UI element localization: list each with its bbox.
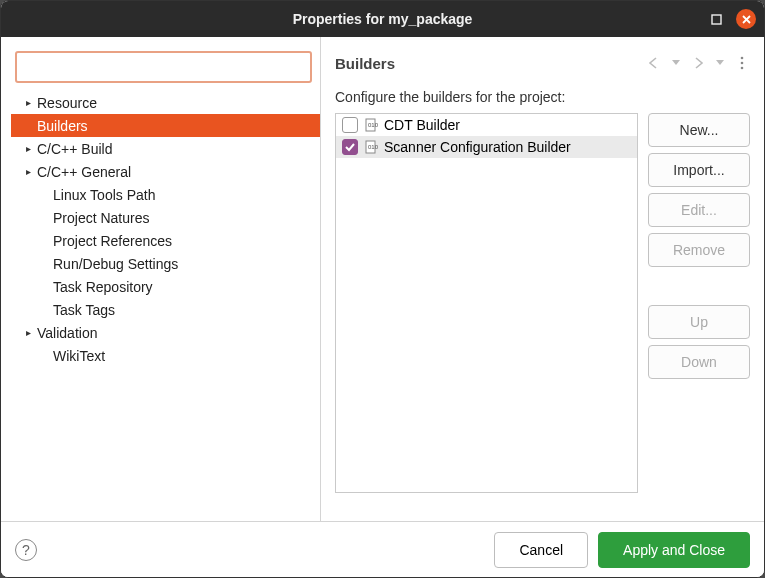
dropdown-icon[interactable]: [668, 60, 684, 66]
nav-item-label: C/C++ General: [35, 164, 131, 180]
builders-list[interactable]: 010CDT Builder010Scanner Configuration B…: [335, 113, 638, 493]
nav-item-c-c-build[interactable]: ▸C/C++ Build: [11, 137, 320, 160]
apply-close-button[interactable]: Apply and Close: [598, 532, 750, 568]
binary-file-icon: 010: [364, 140, 378, 154]
remove-button[interactable]: Remove: [648, 233, 750, 267]
description-text: Configure the builders for the project:: [335, 89, 750, 105]
nav-item-task-tags[interactable]: Task Tags: [11, 298, 320, 321]
content: ▸ResourceBuilders▸C/C++ Build▸C/C++ Gene…: [1, 37, 764, 521]
forward-icon[interactable]: [690, 57, 706, 69]
cancel-button[interactable]: Cancel: [494, 532, 588, 568]
footer-buttons: Cancel Apply and Close: [494, 532, 750, 568]
filter-input[interactable]: [15, 51, 312, 83]
page-title: Builders: [335, 55, 395, 72]
expander-icon: ▸: [21, 327, 35, 338]
close-button[interactable]: [736, 9, 756, 29]
window-title: Properties for my_package: [293, 11, 473, 27]
main-header: Builders: [335, 47, 750, 79]
nav-item-project-natures[interactable]: Project Natures: [11, 206, 320, 229]
import-button[interactable]: Import...: [648, 153, 750, 187]
new-button[interactable]: New...: [648, 113, 750, 147]
sidebar: ▸ResourceBuilders▸C/C++ Build▸C/C++ Gene…: [1, 37, 321, 521]
svg-point-3: [741, 57, 744, 60]
svg-point-4: [741, 62, 744, 65]
nav-item-label: Run/Debug Settings: [51, 256, 178, 272]
nav-item-run-debug-settings[interactable]: Run/Debug Settings: [11, 252, 320, 275]
nav-item-label: Task Tags: [51, 302, 115, 318]
nav-item-task-repository[interactable]: Task Repository: [11, 275, 320, 298]
dropdown-icon[interactable]: [712, 60, 728, 66]
back-icon[interactable]: [646, 57, 662, 69]
binary-file-icon: 010: [364, 118, 378, 132]
nav-tree: ▸ResourceBuilders▸C/C++ Build▸C/C++ Gene…: [11, 91, 320, 511]
nav-item-label: Validation: [35, 325, 97, 341]
maximize-button[interactable]: [706, 9, 726, 29]
builder-checkbox[interactable]: [342, 117, 358, 133]
expander-icon: ▸: [21, 97, 35, 108]
down-button[interactable]: Down: [648, 345, 750, 379]
nav-item-label: Project Natures: [51, 210, 149, 226]
properties-dialog: Properties for my_package ▸ResourceBuild…: [0, 0, 765, 578]
svg-text:010: 010: [368, 122, 378, 128]
nav-item-project-references[interactable]: Project References: [11, 229, 320, 252]
page-toolbar: [646, 56, 750, 70]
builders-row: 010CDT Builder010Scanner Configuration B…: [335, 113, 750, 511]
builder-row[interactable]: 010Scanner Configuration Builder: [336, 136, 637, 158]
builder-checkbox[interactable]: [342, 139, 358, 155]
filter-box: [15, 51, 312, 83]
nav-item-label: Linux Tools Path: [51, 187, 155, 203]
menu-icon[interactable]: [734, 56, 750, 70]
nav-item-wikitext[interactable]: WikiText: [11, 344, 320, 367]
nav-item-label: Resource: [35, 95, 97, 111]
nav-item-label: Task Repository: [51, 279, 153, 295]
expander-icon: ▸: [21, 166, 35, 177]
svg-point-5: [741, 67, 744, 70]
nav-item-c-c-general[interactable]: ▸C/C++ General: [11, 160, 320, 183]
footer: ? Cancel Apply and Close: [1, 521, 764, 577]
main-panel: Builders Configure the builders for the …: [321, 37, 764, 521]
svg-rect-0: [712, 15, 721, 24]
titlebar-controls: [706, 1, 756, 37]
nav-item-label: Builders: [35, 118, 88, 134]
up-button[interactable]: Up: [648, 305, 750, 339]
builder-label: CDT Builder: [384, 117, 460, 133]
edit-button[interactable]: Edit...: [648, 193, 750, 227]
side-buttons: New... Import... Edit... Remove Up Down: [648, 113, 750, 511]
nav-item-label: C/C++ Build: [35, 141, 112, 157]
expander-icon: ▸: [21, 143, 35, 154]
nav-item-linux-tools-path[interactable]: Linux Tools Path: [11, 183, 320, 206]
nav-item-builders[interactable]: Builders: [11, 114, 320, 137]
svg-text:010: 010: [368, 144, 378, 150]
nav-item-resource[interactable]: ▸Resource: [11, 91, 320, 114]
titlebar: Properties for my_package: [1, 1, 764, 37]
nav-item-label: Project References: [51, 233, 172, 249]
help-icon[interactable]: ?: [15, 539, 37, 561]
builder-row[interactable]: 010CDT Builder: [336, 114, 637, 136]
nav-item-label: WikiText: [51, 348, 105, 364]
nav-item-validation[interactable]: ▸Validation: [11, 321, 320, 344]
builder-label: Scanner Configuration Builder: [384, 139, 571, 155]
